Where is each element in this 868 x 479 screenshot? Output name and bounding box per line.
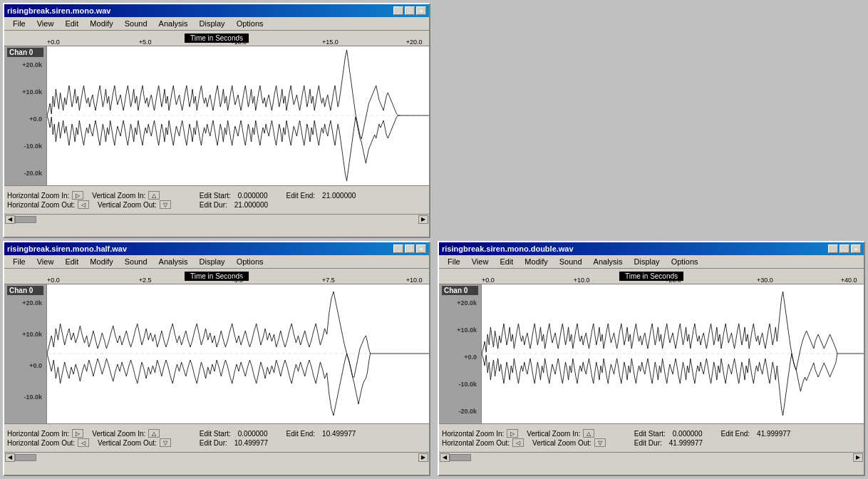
menu-display-top[interactable]: Display	[194, 19, 231, 29]
chan-text-top: Chan 0	[7, 48, 43, 57]
edit-start-value-bl: 0.000000	[238, 430, 268, 438]
waveform-area-br[interactable]	[482, 284, 864, 423]
close-btn-bl[interactable]: ×	[416, 244, 426, 253]
edit-end-value-br: 41.999977	[757, 430, 790, 438]
maximize-btn-br[interactable]: □	[839, 244, 849, 253]
y-scale-top: +20.0k +10.0k +0.0 -10.0k -20.0k	[7, 61, 43, 177]
edit-end-label-top: Edit End:	[286, 192, 315, 200]
scroll-left-br[interactable]: ◀	[440, 453, 450, 462]
minimize-btn-br[interactable]: _	[828, 244, 838, 253]
svg-rect-2	[47, 284, 429, 423]
zoom-out-h-btn-bl[interactable]: ◁	[78, 438, 89, 447]
title-br: risingbreak.siren.mono.double.wav	[442, 244, 574, 253]
waveform-area-bl[interactable]	[47, 284, 429, 423]
title-bar-br: risingbreak.siren.mono.double.wav _ □ ×	[439, 242, 864, 255]
waveform-container-top: Chan 0 +20.0k +10.0k +0.0 -10.0k -20.0k	[4, 46, 429, 185]
scroll-thumb-bl[interactable]	[15, 454, 36, 461]
menu-view-br[interactable]: View	[466, 257, 495, 267]
menu-sound-top[interactable]: Sound	[119, 19, 153, 29]
title-top: risingbreak.siren.mono.wav	[7, 6, 111, 15]
edit-dur-value-bl: 10.499977	[234, 439, 268, 447]
zoom-in-v-label-top: Vertical Zoom In:	[92, 192, 145, 200]
menu-modify-top[interactable]: Modify	[84, 19, 118, 29]
zoom-out-h-label-top: Horizontal Zoom Out:	[7, 201, 75, 209]
zoom-in-v-btn-bl[interactable]: △	[148, 429, 160, 438]
edit-dur-label-bl: Edit Dur:	[200, 439, 227, 447]
menu-sound-br[interactable]: Sound	[554, 257, 588, 267]
tick-0-top: +0.0	[47, 38, 60, 46]
menu-modify-bl[interactable]: Modify	[84, 257, 118, 267]
scroll-thumb-br[interactable]	[450, 454, 471, 461]
zoom-out-v-btn-top[interactable]: ▽	[160, 200, 171, 209]
tick-2-bl: +5.0	[230, 277, 243, 284]
edit-end-value-bl: 10.499977	[322, 430, 356, 438]
edit-dur-value-br: 41.999977	[669, 439, 703, 447]
zoom-in-v-btn-br[interactable]: △	[583, 429, 594, 438]
chan-label-bl: Chan 0 +20.0k +10.0k +0.0 -10.0k	[4, 284, 47, 423]
tick-4-top: +20.0	[406, 38, 423, 46]
menu-options-br[interactable]: Options	[666, 257, 704, 267]
zoom-controls-bl: Horizontal Zoom In: ▷ Vertical Zoom In: …	[7, 429, 171, 447]
menu-display-br[interactable]: Display	[629, 257, 666, 267]
menu-edit-top[interactable]: Edit	[59, 19, 84, 29]
title-bl: risingbreak.siren.mono.half.wav	[7, 244, 127, 253]
menu-file-bl[interactable]: File	[7, 257, 31, 267]
menu-view-bl[interactable]: View	[31, 257, 60, 267]
menu-file-br[interactable]: File	[442, 257, 466, 267]
scrollbar-h-top[interactable]: ◀ ▶	[4, 214, 429, 224]
scroll-thumb-top[interactable]	[15, 216, 36, 223]
menu-view-top[interactable]: View	[31, 19, 60, 29]
close-btn-top[interactable]: ×	[416, 6, 426, 15]
zoom-out-v-btn-br[interactable]: ▽	[594, 438, 606, 447]
zoom-out-h-btn-br[interactable]: ◁	[512, 438, 524, 447]
status-bar-br: Horizontal Zoom In: ▷ Vertical Zoom In: …	[439, 423, 864, 452]
window-bottom-left: risingbreak.siren.mono.half.wav _ □ × Fi…	[3, 241, 430, 476]
menu-analysis-bl[interactable]: Analysis	[153, 257, 194, 267]
chan-text-bl: Chan 0	[7, 286, 43, 295]
menu-sound-bl[interactable]: Sound	[119, 257, 153, 267]
edit-end-label-br: Edit End:	[720, 430, 750, 438]
edit-start-value-top: 0.000000	[238, 192, 268, 200]
close-btn-br[interactable]: ×	[851, 244, 861, 253]
menu-analysis-top[interactable]: Analysis	[153, 19, 194, 29]
zoom-in-h-btn-top[interactable]: ▷	[72, 191, 83, 200]
maximize-btn-top[interactable]: □	[405, 6, 415, 15]
zoom-in-h-btn-br[interactable]: ▷	[507, 429, 518, 438]
scrollbar-h-bl[interactable]: ◀ ▶	[4, 452, 429, 462]
zoom-out-h-label-br: Horizontal Zoom Out:	[442, 439, 510, 447]
window-controls-bl: _ □ ×	[393, 244, 426, 253]
scroll-right-br[interactable]: ▶	[853, 453, 863, 462]
menu-file-top[interactable]: File	[7, 19, 31, 29]
menu-display-bl[interactable]: Display	[194, 257, 231, 267]
edit-end-label-bl: Edit End:	[286, 430, 315, 438]
edit-start-label-top: Edit Start:	[200, 192, 231, 200]
waveform-svg-bl	[47, 284, 429, 423]
menu-analysis-br[interactable]: Analysis	[588, 257, 629, 267]
time-ruler-br: Time in Seconds +0.0 +10.0 +20.0 +30.0 +…	[439, 269, 864, 284]
zoom-in-h-btn-bl[interactable]: ▷	[72, 429, 83, 438]
window-bottom-right: risingbreak.siren.mono.double.wav _ □ × …	[438, 241, 865, 476]
tick-3-br: +30.0	[757, 277, 773, 284]
zoom-in-v-btn-top[interactable]: △	[148, 191, 160, 200]
minimize-btn-top[interactable]: _	[393, 6, 403, 15]
menu-edit-bl[interactable]: Edit	[59, 257, 84, 267]
zoom-out-v-btn-bl[interactable]: ▽	[160, 438, 171, 447]
zoom-out-h-btn-top[interactable]: ◁	[78, 200, 89, 209]
menu-bar-br: File View Edit Modify Sound Analysis Dis…	[439, 255, 864, 269]
menu-options-top[interactable]: Options	[231, 19, 269, 29]
zoom-in-v-label-br: Vertical Zoom In:	[527, 430, 580, 438]
minimize-btn-bl[interactable]: _	[393, 244, 403, 253]
scroll-left-bl[interactable]: ◀	[5, 453, 15, 462]
scroll-right-bl[interactable]: ▶	[418, 453, 428, 462]
maximize-btn-bl[interactable]: □	[405, 244, 415, 253]
menu-edit-br[interactable]: Edit	[494, 257, 519, 267]
menu-modify-br[interactable]: Modify	[519, 257, 553, 267]
time-ruler-bl: Time in Seconds +0.0 +2.5 +5.0 +7.5 +10.…	[4, 269, 429, 284]
menu-options-bl[interactable]: Options	[231, 257, 269, 267]
scroll-right-top[interactable]: ▶	[418, 215, 428, 224]
tick-3-bl: +7.5	[322, 277, 335, 284]
scrollbar-h-br[interactable]: ◀ ▶	[439, 452, 864, 462]
status-bar-bl: Horizontal Zoom In: ▷ Vertical Zoom In: …	[4, 423, 429, 452]
scroll-left-top[interactable]: ◀	[5, 215, 15, 224]
waveform-area-top[interactable]	[47, 46, 429, 185]
